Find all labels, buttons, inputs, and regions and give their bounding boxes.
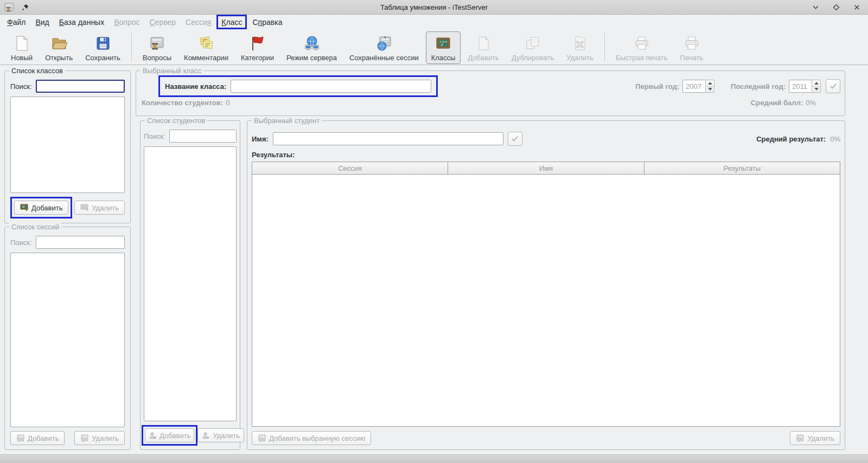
last-year-spinbox[interactable] bbox=[789, 80, 821, 93]
menu-file[interactable]: Файл bbox=[2, 15, 30, 29]
menu-question: Вопрос bbox=[109, 15, 144, 29]
toolbar-comments[interactable]: Комментарии bbox=[178, 31, 234, 64]
chalkboard-delete-icon bbox=[80, 203, 89, 212]
main-area: Список классов Поиск: Добавить Удалить С… bbox=[0, 65, 868, 454]
spin-down-icon[interactable] bbox=[812, 87, 820, 93]
results-table: Сессия Имя Результаты bbox=[252, 162, 840, 427]
chalkboard-add-icon bbox=[20, 203, 29, 212]
results-table-header: Сессия Имя Результаты bbox=[252, 162, 840, 175]
first-year-label: Первый год: bbox=[635, 82, 679, 91]
spin-up-icon[interactable] bbox=[812, 80, 820, 87]
toolbar-delete: Удалить bbox=[561, 31, 599, 64]
saved-sessions-icon bbox=[375, 34, 393, 53]
column-header-session[interactable]: Сессия bbox=[252, 162, 448, 174]
session-search-input[interactable] bbox=[36, 236, 125, 249]
comments-icon bbox=[197, 34, 215, 53]
results-table-body[interactable] bbox=[252, 175, 840, 426]
class-search-input[interactable] bbox=[36, 80, 125, 93]
spin-up-icon[interactable] bbox=[706, 80, 714, 87]
selected-student-title: Выбранный студент bbox=[252, 117, 322, 125]
toolbar-add: Добавить bbox=[462, 31, 504, 64]
toolbar-server-mode[interactable]: Режим сервера bbox=[281, 31, 342, 64]
selected-student-panel: Выбранный студент Имя: Средний результат… bbox=[247, 120, 845, 450]
spin-down-icon[interactable] bbox=[706, 87, 714, 93]
delete-student-button: Удалить bbox=[197, 428, 244, 442]
session-add-icon bbox=[16, 434, 25, 442]
server-mode-icon bbox=[303, 34, 321, 53]
class-name-label: Название класса: bbox=[165, 82, 226, 91]
quick-print-icon bbox=[633, 34, 651, 53]
session-list[interactable] bbox=[10, 253, 125, 427]
toolbar-questions[interactable]: Вопросы bbox=[137, 31, 177, 64]
toolbar-separator bbox=[131, 33, 132, 61]
student-list[interactable] bbox=[144, 146, 237, 421]
class-list[interactable] bbox=[10, 97, 125, 193]
column-header-name[interactable]: Имя bbox=[448, 162, 644, 174]
add-class-button[interactable]: Добавить bbox=[14, 201, 68, 215]
menu-help[interactable]: Справка bbox=[247, 15, 287, 29]
check-icon bbox=[510, 134, 519, 143]
session-list-panel: Список сессий Поиск: Добавить Удалить bbox=[4, 227, 131, 450]
toolbar-separator bbox=[604, 33, 605, 61]
delete-result-button: Удалить bbox=[790, 431, 840, 445]
class-name-highlight-box: Название класса: bbox=[158, 75, 438, 97]
new-file-icon bbox=[12, 34, 31, 53]
duplicate-icon bbox=[524, 34, 542, 53]
session-add-icon bbox=[258, 434, 266, 442]
toolbar-saved-sessions[interactable]: Сохранённые сессии bbox=[344, 31, 424, 64]
class-list-title: Список классов bbox=[9, 67, 65, 75]
session-delete-icon bbox=[80, 434, 89, 442]
student-name-input[interactable] bbox=[273, 132, 503, 145]
toolbar-categories[interactable]: Категории bbox=[235, 31, 279, 64]
minimize-button[interactable] bbox=[812, 4, 819, 11]
first-year-spinbox[interactable] bbox=[682, 80, 714, 93]
last-year-value[interactable] bbox=[789, 80, 812, 93]
column-header-results[interactable]: Результаты bbox=[644, 162, 840, 174]
toolbar-new[interactable]: Новый bbox=[5, 31, 38, 64]
student-name-label: Имя: bbox=[252, 135, 269, 143]
toolbar-classes[interactable]: 2·2=4 Классы bbox=[426, 31, 461, 64]
check-icon bbox=[829, 82, 838, 91]
toolbar-save[interactable]: Сохранить bbox=[80, 31, 126, 64]
class-list-panel: Список классов Поиск: Добавить Удалить bbox=[4, 70, 131, 223]
close-button[interactable] bbox=[853, 4, 860, 11]
menubar: Файл Вид База данных Вопрос Сервер Сесси… bbox=[0, 15, 868, 29]
session-delete-icon bbox=[796, 434, 805, 442]
first-year-value[interactable] bbox=[682, 80, 705, 93]
session-search-label: Поиск: bbox=[10, 239, 32, 247]
add-class-highlight-box: Добавить bbox=[10, 197, 72, 218]
selected-class-panel: Выбранный класс Название класса: Первый … bbox=[136, 70, 845, 116]
svg-text:2·2=4: 2·2=4 bbox=[439, 40, 447, 43]
menu-server: Сервер bbox=[144, 15, 181, 29]
session-list-title: Список сессий bbox=[9, 223, 61, 231]
toolbar-open[interactable]: Открыть bbox=[40, 31, 78, 64]
last-year-label: Последний год: bbox=[731, 82, 786, 91]
maximize-button[interactable] bbox=[832, 4, 840, 11]
toolbar-duplicate: Дублировать bbox=[506, 31, 559, 64]
save-floppy-icon bbox=[94, 34, 112, 53]
print-icon bbox=[682, 34, 701, 53]
student-mean-label: Средний результат: bbox=[756, 135, 826, 143]
class-name-input[interactable] bbox=[231, 80, 431, 93]
titlebar: Таблица умножения - iTestServer bbox=[0, 0, 868, 15]
chalkboard-icon: 2·2=4 bbox=[434, 34, 452, 53]
results-label: Результаты: bbox=[252, 151, 840, 159]
menu-database[interactable]: База данных bbox=[54, 15, 109, 29]
window-title: Таблица умножения - iTestServer bbox=[0, 3, 868, 11]
apply-years-button bbox=[826, 79, 840, 93]
questions-icon bbox=[148, 34, 166, 53]
selected-class-title: Выбранный класс bbox=[141, 67, 203, 75]
delete-class-button: Удалить bbox=[74, 201, 125, 215]
class-menu-highlight-box: Класс bbox=[216, 15, 247, 29]
window-bottom-edge bbox=[0, 454, 868, 463]
add-student-button: Добавить bbox=[145, 428, 194, 442]
student-search-input[interactable] bbox=[169, 130, 237, 143]
student-search-label: Поиск: bbox=[144, 132, 165, 140]
add-student-highlight-box: Добавить bbox=[142, 425, 197, 446]
toolbar-quick-print: Быстрая печать bbox=[610, 31, 673, 64]
menu-class[interactable]: Класс bbox=[218, 16, 245, 28]
class-search-label: Поиск: bbox=[10, 82, 32, 91]
menu-view[interactable]: Вид bbox=[30, 15, 54, 29]
student-list-title: Список студентов bbox=[145, 117, 207, 125]
person-remove-icon bbox=[202, 432, 210, 440]
